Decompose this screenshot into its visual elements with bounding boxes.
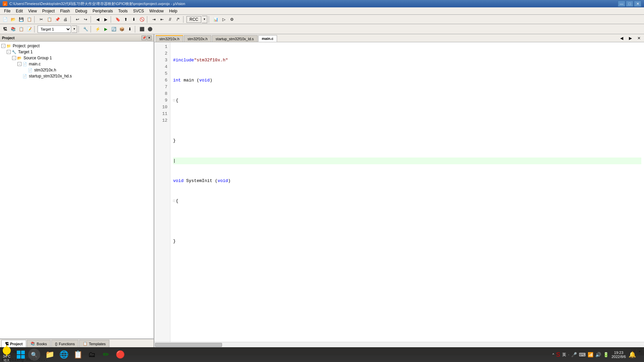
tree-item-project[interactable]: - 📁 Project: project: [0, 43, 154, 49]
menu-debug[interactable]: Debug: [73, 7, 90, 14]
menu-peripherals[interactable]: Peripherals: [90, 7, 116, 14]
taskbar-battery-icon[interactable]: 🔋: [603, 352, 609, 357]
batch-build-btn[interactable]: 📦: [118, 25, 125, 33]
target-select[interactable]: Target 1: [38, 25, 71, 33]
cut-button[interactable]: ✂: [38, 16, 45, 23]
menu-view[interactable]: View: [25, 7, 40, 14]
menu-svcs[interactable]: SVCS: [130, 7, 147, 14]
run-to-cursor[interactable]: ▷: [220, 16, 227, 23]
panel-close-button[interactable]: ✕: [147, 36, 152, 40]
build-output-toggle[interactable]: 📊: [212, 16, 219, 23]
print-button[interactable]: 🖨: [62, 16, 69, 23]
taskbar-app-3[interactable]: 📋: [71, 348, 85, 361]
clear-bookmarks-button[interactable]: 🚫: [138, 16, 146, 23]
undo-button[interactable]: ↩: [74, 16, 81, 23]
registers-btn[interactable]: 📋: [17, 25, 25, 33]
taskbar-lang-icon[interactable]: 英: [562, 352, 566, 358]
code-content[interactable]: #include "stm32f10x.h" int main (void) □…: [170, 42, 644, 342]
new-file-button[interactable]: 📄: [1, 16, 9, 23]
rebuild-btn[interactable]: 🔄: [110, 25, 117, 33]
templates-btn[interactable]: 📝: [25, 25, 33, 33]
menu-edit[interactable]: Edit: [13, 7, 25, 14]
redo-button[interactable]: ↪: [82, 16, 89, 23]
menu-help[interactable]: Help: [166, 7, 180, 14]
taskbar-volume-icon[interactable]: 🔊: [595, 352, 601, 357]
tab-scroll-right[interactable]: ▶: [627, 35, 634, 42]
maximize-button[interactable]: □: [626, 1, 633, 7]
panel-header-buttons[interactable]: 📌 ✕: [142, 36, 152, 40]
code-editor[interactable]: 1 2 3 4 5 6 7 8 9 10 11 12 #include "stm…: [154, 42, 644, 342]
tree-item-main-c[interactable]: - 📄 main.c: [0, 61, 154, 67]
save-all-button[interactable]: 📋: [25, 16, 33, 23]
menu-flash[interactable]: Flash: [57, 7, 72, 14]
indent-button[interactable]: ⇥: [150, 16, 158, 23]
taskbar-edge-app[interactable]: 🌐: [57, 348, 70, 361]
taskbar-sougou-icon[interactable]: S: [556, 351, 560, 358]
editor-tab-stm32-2[interactable]: stm32f10x.h: [184, 35, 211, 42]
expand-project[interactable]: -: [1, 44, 5, 48]
notification-button[interactable]: 🔔: [629, 351, 636, 358]
taskbar-explorer-app[interactable]: 📁: [43, 348, 56, 361]
rcc-button[interactable]: RCC: [186, 16, 201, 23]
stop-debug-btn[interactable]: ⚫: [146, 25, 154, 33]
expand-main-c[interactable]: -: [17, 62, 21, 66]
tab-templates[interactable]: 📋 Templates: [79, 340, 109, 347]
taskbar-mic-icon[interactable]: 🎤: [571, 352, 577, 357]
project-window-btn[interactable]: 🏗: [1, 25, 9, 33]
tree-item-source-group[interactable]: - 📂 Source Group 1: [0, 55, 154, 61]
title-bar-controls[interactable]: — □ ✕: [618, 1, 641, 7]
bookmark-button[interactable]: 🔖: [114, 16, 121, 23]
paste-button[interactable]: 📌: [54, 16, 61, 23]
rcc-dropdown[interactable]: ▼: [202, 16, 207, 23]
editor-tab-startup[interactable]: startup_stm32f10x_ld.s: [212, 35, 258, 42]
scrollbar-thumb[interactable]: [155, 343, 222, 347]
tree-item-stm32f10x-h[interactable]: 📄 stm32f10x.h: [0, 67, 154, 73]
comment-button[interactable]: //: [166, 16, 174, 23]
expand-target1[interactable]: -: [7, 50, 11, 54]
menu-tools[interactable]: Tools: [116, 7, 130, 14]
manage-targets-btn[interactable]: 🔧: [82, 25, 89, 33]
uncomment-button[interactable]: /*: [174, 16, 182, 23]
next-bookmark-button[interactable]: ⬇: [130, 16, 138, 23]
taskbar-time-date[interactable]: 19:23 2022/8/6: [611, 351, 626, 359]
nav-back-button[interactable]: ◀: [94, 16, 101, 23]
taskbar-chevron[interactable]: ^: [552, 353, 554, 357]
editor-tab-stm32-1[interactable]: stm32f10x.h: [156, 35, 183, 42]
editor-scrollbar-h[interactable]: [154, 342, 644, 347]
taskbar-app-4[interactable]: 🗂: [85, 348, 99, 361]
start-button[interactable]: [15, 349, 27, 361]
menu-project[interactable]: Project: [40, 7, 57, 14]
expand-source-group[interactable]: -: [12, 56, 16, 60]
menu-window[interactable]: Window: [147, 7, 166, 14]
open-file-button[interactable]: 📂: [9, 16, 17, 23]
build-btn[interactable]: ▶: [102, 25, 109, 33]
translate-btn[interactable]: ⚡: [94, 25, 101, 33]
save-button[interactable]: 💾: [17, 16, 25, 23]
tab-close-all[interactable]: ✕: [635, 35, 643, 42]
copy-button[interactable]: 📋: [46, 16, 53, 23]
show-desktop-button[interactable]: [639, 348, 641, 361]
taskbar-keyboard-icon[interactable]: ⌨: [579, 352, 586, 357]
taskbar-app-6[interactable]: 🔴: [113, 348, 127, 361]
download-btn[interactable]: ⬇: [126, 25, 133, 33]
editor-tab-main-c[interactable]: main.c: [258, 35, 277, 42]
tab-functions[interactable]: {} Functions: [51, 340, 78, 347]
start-debug-btn[interactable]: ⬛: [138, 25, 146, 33]
close-button[interactable]: ✕: [634, 1, 641, 7]
taskbar-search-button[interactable]: 🔍: [28, 349, 40, 361]
minimize-button[interactable]: —: [618, 1, 625, 7]
tab-scroll-left[interactable]: ◀: [618, 35, 625, 42]
books-btn[interactable]: 📚: [9, 25, 17, 33]
tab-project[interactable]: 🏗 Project: [1, 340, 26, 347]
unindent-button[interactable]: ⇤: [158, 16, 166, 23]
settings-button[interactable]: ⚙: [228, 16, 235, 23]
tree-item-target1[interactable]: - 🔧 Target 1: [0, 49, 154, 55]
target-dropdown[interactable]: ▼: [72, 25, 77, 33]
nav-fwd-button[interactable]: ▶: [102, 16, 109, 23]
tab-books[interactable]: 📚 Books: [27, 340, 51, 347]
taskbar-wifi-icon[interactable]: 📶: [588, 352, 593, 357]
tree-item-startup[interactable]: 📄 startup_stm32f10x_hd.s: [0, 73, 154, 79]
taskbar-app-5[interactable]: ✏: [99, 348, 113, 361]
panel-pin-button[interactable]: 📌: [142, 36, 146, 40]
taskbar-dot-icon[interactable]: ·: [568, 353, 569, 357]
